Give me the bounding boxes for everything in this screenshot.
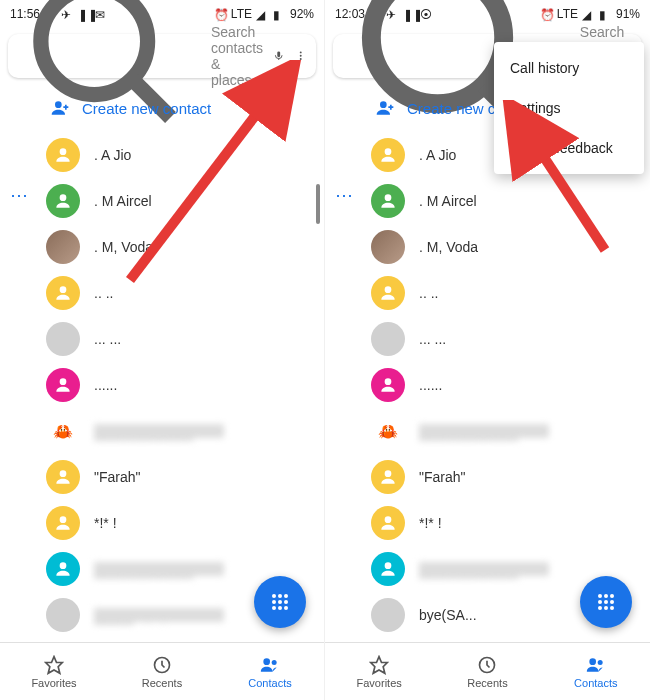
contact-row[interactable]: *!* ! [0,500,324,546]
svg-point-21 [278,606,282,610]
contacts-list: Create new contact ⋯ . A Jio. M Aircel. … [0,84,324,642]
contact-avatar: 🦀 [371,414,405,448]
network-label: LTE [231,7,252,21]
contact-row[interactable]: ...... [325,362,650,408]
nav-contacts[interactable]: Contacts [216,643,324,700]
svg-point-39 [598,594,602,598]
phone-left: 11:56 ✆ ✈ ❚❚ ✉ ⏰ LTE ◢ ▮ 92% Search cont… [0,0,325,700]
nav-recents[interactable]: Recents [108,643,216,700]
contact-name: ...... [419,377,442,393]
svg-point-40 [604,594,608,598]
contact-avatar [371,552,405,586]
svg-point-8 [60,194,67,201]
nav-favorites[interactable]: Favorites [0,643,108,700]
svg-point-45 [598,606,602,610]
contact-avatar: 🦀 [46,414,80,448]
contact-name: ██████████ [419,424,549,438]
contact-name: . M Aircel [419,193,477,209]
svg-point-12 [60,516,67,523]
svg-point-9 [60,286,67,293]
contact-name: .. .. [419,285,438,301]
signal-icon: ◢ [582,8,595,21]
menu-settings[interactable]: Settings [494,88,644,128]
contact-name: "Farah" [94,469,141,485]
more-icon[interactable]: ⋯ [335,184,354,206]
contact-name: ██████████ [94,562,224,576]
svg-point-11 [60,470,67,477]
contact-avatar [371,138,405,172]
contact-avatar [46,322,80,356]
contact-row[interactable]: *!* ! [325,500,650,546]
create-contact-button[interactable]: Create new contact [0,84,324,132]
dialpad-fab[interactable] [580,576,632,628]
battery-icon: ▮ [273,8,286,21]
overflow-menu-icon[interactable] [295,50,306,61]
contact-name: ... ... [94,331,121,347]
contact-row[interactable]: 🦀██████████ [0,408,324,454]
clock-icon [152,655,172,675]
contact-name: . M Aircel [94,193,152,209]
search-bar[interactable]: Search contacts & places [8,34,316,78]
contact-avatar [371,184,405,218]
contact-name: .. .. [94,285,113,301]
contact-row[interactable]: ...... [0,362,324,408]
svg-point-5 [299,58,301,60]
battery-label: 92% [290,7,314,21]
contact-row[interactable]: . M, Voda [0,224,324,270]
nav-recents[interactable]: Recents [433,643,541,700]
contact-row[interactable]: . M, Voda [325,224,650,270]
contact-row[interactable]: "Farah" [325,454,650,500]
contact-row[interactable]: .. .. [325,270,650,316]
alarm-icon: ⏰ [214,8,227,21]
contact-name: ██████████ [419,562,549,576]
contact-row[interactable]: . M Aircel [0,178,324,224]
more-icon[interactable]: ⋯ [10,184,29,206]
nav-favorites[interactable]: Favorites [325,643,433,700]
nav-contacts[interactable]: Contacts [542,643,650,700]
menu-help[interactable]: Help & feedback [494,128,644,168]
svg-point-10 [60,378,67,385]
battery-icon: ▮ [599,8,612,21]
svg-point-34 [385,286,392,293]
contact-avatar [371,276,405,310]
contact-avatar [371,506,405,540]
contact-row[interactable]: ... ... [325,316,650,362]
mic-icon[interactable] [273,50,284,61]
svg-point-50 [589,658,596,665]
svg-point-47 [610,606,614,610]
create-contact-label: Create new contact [82,100,211,117]
svg-point-35 [385,378,392,385]
menu-call-history[interactable]: Call history [494,48,644,88]
svg-point-7 [60,148,67,155]
contact-row[interactable]: "Farah" [0,454,324,500]
svg-point-14 [272,594,276,598]
contact-avatar [46,276,80,310]
contact-name: ██████████ [94,424,224,438]
scroll-indicator [316,184,320,224]
svg-marker-23 [46,656,63,673]
contact-avatar [46,230,80,264]
contact-row[interactable]: ... ... [0,316,324,362]
contact-name: *!* ! [94,515,117,531]
svg-point-41 [610,594,614,598]
contact-row[interactable]: . M Aircel [325,178,650,224]
bottom-nav: Favorites Recents Contacts [0,642,324,700]
dialpad-icon [268,590,292,614]
svg-point-20 [272,606,276,610]
svg-point-26 [272,660,277,665]
contact-name: . A Jio [94,147,131,163]
contact-avatar [371,322,405,356]
contact-name: ████ bye(SA... [94,608,224,622]
dialpad-fab[interactable] [254,576,306,628]
svg-point-3 [299,52,301,54]
svg-point-16 [284,594,288,598]
svg-point-6 [55,101,62,108]
svg-point-13 [60,562,67,569]
contact-row[interactable]: 🦀██████████ [325,408,650,454]
people-icon [586,655,606,675]
contact-row[interactable]: . A Jio [0,132,324,178]
star-icon [44,655,64,675]
contact-avatar [46,506,80,540]
svg-point-18 [278,600,282,604]
contact-row[interactable]: .. .. [0,270,324,316]
